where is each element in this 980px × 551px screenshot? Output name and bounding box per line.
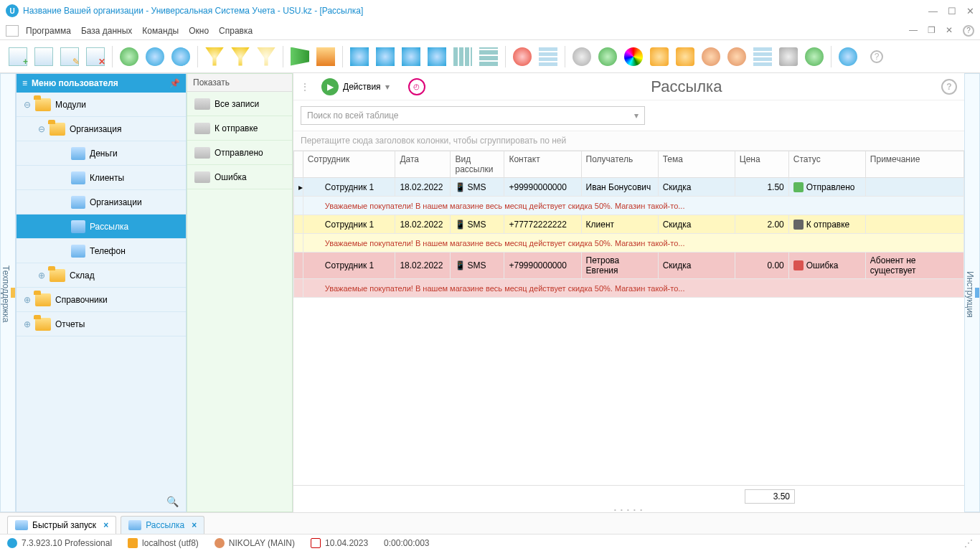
minimize-button[interactable]: — <box>928 6 938 17</box>
collapse-icon[interactable]: ⊖ <box>22 100 32 110</box>
row-marker[interactable] <box>294 215 303 234</box>
filter-apply-button[interactable] <box>228 44 253 69</box>
folder-icon <box>194 98 210 110</box>
filter-item[interactable]: Ошибка <box>187 165 292 189</box>
tree-collapse-button[interactable] <box>399 44 423 69</box>
col-subject[interactable]: Тема <box>658 151 735 178</box>
tree-new-button[interactable] <box>425 44 449 69</box>
grid-rows-button[interactable] <box>476 44 501 69</box>
menu-database[interactable]: База данных <box>81 26 132 36</box>
mdi-help-button[interactable]: ? <box>963 25 974 37</box>
hand-button[interactable] <box>647 44 672 69</box>
nav-item-деньги[interactable]: Деньги <box>17 141 186 166</box>
cell-type: 📱SMS <box>451 253 504 279</box>
collapse-icon[interactable]: ⊖ <box>37 124 47 134</box>
col-date[interactable]: Дата <box>395 151 451 178</box>
user-button[interactable] <box>699 44 723 69</box>
menu-window[interactable]: Окно <box>189 26 209 36</box>
splitter-handle[interactable]: • • • • • <box>293 507 964 512</box>
nav-search-icon[interactable]: 🔍 <box>17 491 186 512</box>
new-doc-button[interactable]: + <box>6 44 30 69</box>
menu-program[interactable]: Программа <box>26 26 71 36</box>
doc-tab[interactable]: Рассылка× <box>121 516 204 534</box>
tab-close-icon[interactable]: × <box>192 520 197 530</box>
nav-item-телефон[interactable]: Телефон <box>17 239 186 263</box>
color-picker-button[interactable] <box>621 44 646 69</box>
instruction-side-tab[interactable]: Инструкция <box>964 73 980 512</box>
actions-button[interactable]: ▶ Действия ▾ <box>315 75 396 99</box>
grid-view-button[interactable] <box>536 44 560 69</box>
grid-cols-button[interactable] <box>451 44 475 69</box>
tab-close-icon[interactable]: × <box>103 520 108 530</box>
globe-button[interactable] <box>595 44 620 69</box>
print-button[interactable] <box>776 44 801 69</box>
expand-icon[interactable]: ⊕ <box>22 319 32 329</box>
database-icon <box>128 538 138 548</box>
open-doc-button[interactable] <box>32 44 56 69</box>
doc-tab[interactable]: Быстрый запуск× <box>7 516 116 534</box>
mdi-close-button[interactable]: ✕ <box>946 25 953 37</box>
search-input[interactable]: Поиск по всей таблице ▾ <box>301 106 645 125</box>
nav-item-организации[interactable]: Организации <box>17 190 186 215</box>
row-marker[interactable]: ▸ <box>294 178 303 197</box>
edit-doc-button[interactable]: ✎ <box>57 44 82 69</box>
content-help-button[interactable]: ? <box>941 79 957 95</box>
tree-add-button[interactable] <box>347 44 372 69</box>
nav-item-клиенты[interactable]: Клиенты <box>17 166 186 190</box>
resize-grip-icon[interactable]: ⋰ <box>964 538 973 548</box>
col-price[interactable]: Цена <box>735 151 788 178</box>
image-button[interactable] <box>314 44 338 69</box>
table-row[interactable]: Сотрудник 118.02.2022📱SMS+77772222222Кли… <box>294 215 964 234</box>
help-button[interactable]: ? <box>864 44 889 69</box>
menu-help[interactable]: Справка <box>219 26 253 36</box>
nav-item-модули[interactable]: ⊖Модули <box>17 93 186 117</box>
col-type[interactable]: Вид рассылки <box>451 151 504 178</box>
col-employee[interactable]: Сотрудник <box>303 151 395 178</box>
filter-item[interactable]: Отправлено <box>187 141 292 165</box>
refresh-button[interactable] <box>117 44 141 69</box>
rss-button[interactable] <box>673 44 697 69</box>
table-row[interactable]: Сотрудник 118.02.2022📱SMS+79990000000Пет… <box>294 253 964 279</box>
gear-button[interactable] <box>570 44 594 69</box>
mdi-restore-button[interactable]: ❐ <box>928 25 936 37</box>
expand-icon[interactable]: ⊕ <box>37 270 47 281</box>
nav-item-склад[interactable]: ⊕Склад <box>17 263 186 288</box>
search-list-button[interactable] <box>169 44 193 69</box>
clock-button[interactable]: ◴ <box>402 75 432 99</box>
nav-item-рассылка[interactable]: Рассылка <box>17 215 186 239</box>
col-recipient[interactable]: Получатель <box>581 151 658 178</box>
mdi-minimize-button[interactable]: — <box>909 25 918 37</box>
filter-item[interactable]: Все записи <box>187 92 292 116</box>
users-button[interactable] <box>725 44 749 69</box>
filter-clear-button[interactable] <box>254 44 278 69</box>
col-note[interactable]: Примечание <box>865 151 963 178</box>
table-row[interactable]: ▸Сотрудник 118.02.2022📱SMS+99990000000Ив… <box>294 178 964 197</box>
pin-icon[interactable]: 📌 <box>169 78 180 88</box>
flag-button[interactable] <box>288 44 312 69</box>
instruction-icon <box>975 288 979 298</box>
nav-item-отчеты[interactable]: ⊕Отчеты <box>17 312 186 336</box>
nav-item-организация[interactable]: ⊖Организация <box>17 117 186 141</box>
maximize-button[interactable]: ☐ <box>948 6 956 17</box>
col-contact[interactable]: Контакт <box>504 151 581 178</box>
info-button[interactable] <box>836 44 860 69</box>
col-status[interactable]: Статус <box>788 151 865 178</box>
support-side-tab[interactable]: Техподдержка <box>0 73 16 512</box>
grouping-hint[interactable]: Перетащите сюда заголовок колонки, чтобы… <box>293 131 964 151</box>
search-button[interactable] <box>143 44 167 69</box>
content-area: ⋮ ▶ Действия ▾ ◴ Рассылка ? Поиск по все… <box>293 73 964 512</box>
calendar-button[interactable] <box>750 44 775 69</box>
filter-item[interactable]: К отправке <box>187 116 292 141</box>
expand-icon[interactable]: ⊕ <box>22 295 32 305</box>
row-marker[interactable] <box>294 253 303 279</box>
filter-button[interactable] <box>202 44 227 69</box>
app-menu-icon[interactable] <box>6 25 19 37</box>
go-button[interactable] <box>802 44 826 69</box>
target-button[interactable] <box>510 44 534 69</box>
delete-doc-button[interactable]: ✕ <box>83 44 108 69</box>
close-button[interactable]: ✕ <box>966 6 974 17</box>
data-grid[interactable]: Сотрудник Дата Вид рассылки Контакт Полу… <box>293 151 964 298</box>
nav-item-справочники[interactable]: ⊕Справочники <box>17 288 186 312</box>
tree-expand-button[interactable] <box>373 44 397 69</box>
menu-commands[interactable]: Команды <box>142 26 179 36</box>
